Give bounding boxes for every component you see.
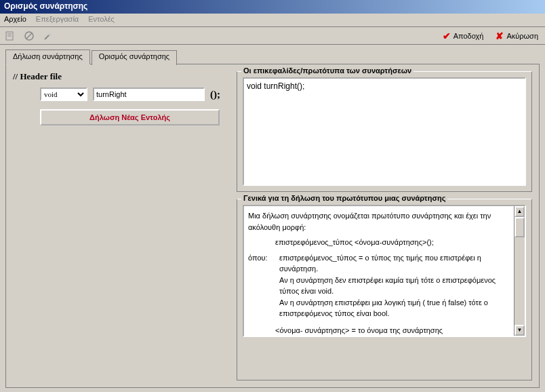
cancel-button[interactable]: ✘ Ακύρωση [491,29,542,43]
help-p3b: Αν η συνάρτηση δεν επιστρέφει καμία τιμή… [279,275,508,297]
cross-icon: ✘ [496,31,504,41]
help-fieldset: Γενικά για τη δήλωση του πρωτότυπου μιας… [237,199,532,380]
help-p3c: Αν η συνάρτηση επιστρέφει μια λογική τιμ… [279,297,508,319]
prototypes-legend: Οι επικεφαλίδες/πρωτότυπα των συναρτήσεω… [241,66,413,75]
scroll-up-icon[interactable]: ▲ [514,206,525,217]
function-name-input[interactable] [93,87,205,101]
help-p1: Μια δήλωση συνάρτησης ονομάζεται πρωτότυ… [248,210,508,233]
cancel-label: Ακύρωση [506,32,538,40]
tool-cancel-icon[interactable] [22,28,37,43]
return-type-select[interactable]: void [40,87,87,101]
window-title: Ορισμός συνάρτησης [4,1,87,11]
tab-bar: Δήλωση συνάρτησης Ορισμός συνάρτησης [5,49,540,64]
help-p3a: επιστρεφόμενος_τύπος = ο τύπος της τιμής… [279,252,508,275]
help-text: Μια δήλωση συνάρτησης ονομάζεται πρωτότυ… [243,205,526,337]
declare-new-command-button[interactable]: Δήλωση Νέας Εντολής [40,109,220,125]
header-file-comment: // Header file [13,71,230,82]
accept-button[interactable]: ✔ Αποδοχή [439,29,488,43]
scroll-thumb[interactable] [514,217,525,237]
help-legend: Γενικά για τη δήλωση του πρωτότυπου μιας… [241,194,447,202]
tab-definition[interactable]: Ορισμός συνάρτησης [92,50,177,65]
svg-line-4 [26,33,32,39]
menu-commands[interactable]: Εντολές [88,15,115,25]
toolbar: ✔ Αποδοχή ✘ Ακύρωση [0,27,545,45]
prototypes-textarea[interactable]: void turnRight(); [243,77,526,186]
help-p2: επιστρεφόμενος_τύπος <όνομα-συνάρτησης>(… [248,237,508,248]
menu-file[interactable]: Αρχείο [4,15,26,25]
tool-wand-icon[interactable] [41,28,56,43]
help-p4: <όνομα- συνάρτησης> = το όνομα της συνάρ… [248,325,508,336]
accept-label: Αποδοχή [453,32,484,40]
tab-declaration[interactable]: Δήλωση συνάρτησης [5,50,90,64]
menu-bar: Αρχείο Επεξεργασία Εντολές [0,14,545,27]
help-where-label: όπου: [248,252,279,319]
prototype-line: void turnRight(); [247,81,304,91]
window-titlebar: Ορισμός συνάρτησης [0,0,545,14]
checkmark-icon: ✔ [443,31,451,41]
scrollbar[interactable]: ▲ ▼ [514,206,525,336]
scroll-down-icon[interactable]: ▼ [514,325,525,336]
prototypes-fieldset: Οι επικεφαλίδες/πρωτότυπα των συναρτήσεω… [237,71,532,192]
main-panel: // Header file void (); Δήλωση Νέας Εντο… [5,64,540,388]
tool-new-icon[interactable] [3,28,18,43]
menu-edit[interactable]: Επεξεργασία [36,15,79,25]
paren-suffix: (); [210,89,220,100]
